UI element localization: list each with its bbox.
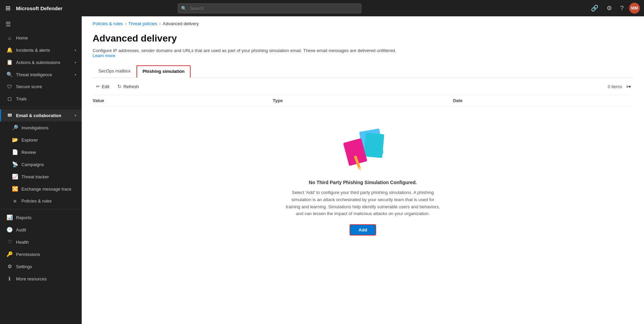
empty-illustration <box>336 127 390 174</box>
sidebar-label-home: Home <box>16 35 76 40</box>
topbar-right: 🔗 ⚙ ? MM <box>588 3 640 14</box>
search-input[interactable] <box>178 3 361 13</box>
empty-state-description: Select 'Add' to configure your third par… <box>285 189 441 217</box>
sidebar-label-exchange: Exchange message trace <box>21 187 76 192</box>
refresh-label: Refresh <box>123 84 139 89</box>
sidebar-item-email-collaboration[interactable]: ✉ Email & collaboration ▾ <box>0 109 82 122</box>
sidebar-item-explorer[interactable]: 📂 Explorer <box>0 134 82 146</box>
sidebar-item-more-resources[interactable]: ℹ More resources <box>0 273 82 285</box>
tab-phishing-simulation[interactable]: Phishing simulation <box>136 65 191 78</box>
breadcrumb-sep-1: › <box>125 21 126 26</box>
review-icon: 📄 <box>12 149 18 155</box>
sidebar-label-tracker: Threat tracker <box>21 174 76 179</box>
app-body: ☰ ⌂ Home 🔔 Incidents & alerts ▾ 📋 Action… <box>0 16 644 324</box>
trials-icon: ◻ <box>6 96 13 102</box>
sidebar-label-trials: Trials <box>16 96 76 101</box>
folder-icon: 📂 <box>12 137 18 143</box>
sidebar-label-investigations: Investigations <box>21 125 76 130</box>
sidebar-label-review: Review <box>21 150 76 155</box>
svg-rect-1 <box>364 133 384 158</box>
tab-secops-mailbox[interactable]: SecOps mailbox <box>93 65 136 78</box>
items-count-container: 0 items ≡▾ <box>608 83 633 90</box>
sidebar-label-explorer: Explorer <box>21 137 76 143</box>
chevron-icon: ▾ <box>75 48 76 52</box>
avatar[interactable]: MM <box>629 3 640 14</box>
search-container: 🔍 <box>178 3 361 13</box>
sidebar-label-permissions: Permissions <box>16 252 76 257</box>
refresh-icon: ↻ <box>117 84 122 89</box>
breadcrumb-threat-policies[interactable]: Threat policies <box>128 21 157 26</box>
settings-gear-icon: ⚙ <box>6 263 13 270</box>
main-content: Policies & rules › Threat policies › Adv… <box>82 16 644 324</box>
page-title: Advanced delivery <box>93 33 633 44</box>
sidebar-item-incidents-alerts[interactable]: 🔔 Incidents & alerts ▾ <box>0 44 82 56</box>
clipboard-icon: 📋 <box>6 59 13 65</box>
breadcrumb-policies-rules[interactable]: Policies & rules <box>93 21 123 26</box>
sidebar: ☰ ⌂ Home 🔔 Incidents & alerts ▾ 📋 Action… <box>0 16 82 324</box>
sidebar-item-reports[interactable]: 📊 Reports <box>0 211 82 224</box>
sidebar-item-audit[interactable]: 🕐 Audit <box>0 224 82 236</box>
empty-state-title: No Third Party Phishing Simulation Confi… <box>309 180 417 185</box>
audit-icon: 🕐 <box>6 227 13 233</box>
sidebar-item-campaigns[interactable]: 📡 Campaigns <box>0 158 82 171</box>
settings-button[interactable]: ⚙ <box>604 3 615 13</box>
col-date: Date <box>453 98 633 103</box>
sidebar-item-review[interactable]: 📄 Review <box>0 146 82 158</box>
sidebar-item-secure-score[interactable]: 🛡 Secure score <box>0 81 82 93</box>
sidebar-divider <box>0 107 82 107</box>
grid-icon[interactable]: ⊞ <box>4 3 12 13</box>
sidebar-item-threat-intelligence[interactable]: 🔍 Threat intelligence ▾ <box>0 68 82 81</box>
sidebar-label-email: Email & collaboration <box>16 113 71 118</box>
info-icon: ℹ <box>6 276 13 282</box>
chevron-icon: ▾ <box>75 73 76 77</box>
home-icon: ⌂ <box>6 35 13 41</box>
tabs-container: SecOps mailbox Phishing simulation <box>93 65 633 78</box>
page-content: Advanced delivery Configure IP addresses… <box>82 26 644 260</box>
exchange-icon: 🔀 <box>12 186 18 192</box>
hamburger-icon[interactable]: ☰ <box>0 16 82 32</box>
breadcrumb: Policies & rules › Threat policies › Adv… <box>82 16 644 26</box>
sidebar-label-campaigns: Campaigns <box>21 162 76 167</box>
sidebar-label-more: More resources <box>16 276 76 281</box>
tracker-icon: 📈 <box>12 174 18 180</box>
view-toggle-button[interactable]: ≡▾ <box>624 83 633 90</box>
topbar: ⊞ Microsoft Defender 🔍 🔗 ⚙ ? MM <box>0 0 644 16</box>
investigations-icon: 🔎 <box>12 125 18 131</box>
col-type: Type <box>273 98 453 103</box>
sidebar-divider-2 <box>0 209 82 209</box>
table-header: Value Type Date <box>93 95 633 106</box>
sidebar-item-policies-rules[interactable]: ≡ Policies & rules <box>0 195 82 207</box>
sidebar-item-exchange-message-trace[interactable]: 🔀 Exchange message trace <box>0 183 82 195</box>
sidebar-item-settings[interactable]: ⚙ Settings <box>0 260 82 273</box>
chevron-icon: ▾ <box>75 61 76 64</box>
campaigns-icon: 📡 <box>12 161 18 167</box>
add-button[interactable]: Add <box>350 224 376 236</box>
sidebar-label-incidents: Incidents & alerts <box>16 48 71 53</box>
page-description: Configure IP addresses, sender domains a… <box>93 48 399 58</box>
link-button[interactable]: 🔗 <box>588 3 601 13</box>
edit-label: Edit <box>102 84 109 89</box>
sidebar-item-home[interactable]: ⌂ Home <box>0 32 82 44</box>
sidebar-label-reports: Reports <box>16 215 76 220</box>
edit-button[interactable]: ✏ Edit <box>93 82 113 91</box>
learn-more-link[interactable]: Learn more <box>93 53 115 58</box>
sidebar-label-audit: Audit <box>16 227 76 232</box>
refresh-button[interactable]: ↻ Refresh <box>114 82 142 91</box>
sidebar-item-trials[interactable]: ◻ Trials <box>0 93 82 105</box>
toolbar: ✏ Edit ↻ Refresh 0 items ≡▾ <box>93 78 633 95</box>
email-icon: ✉ <box>6 112 13 118</box>
help-button[interactable]: ? <box>617 3 626 13</box>
sidebar-item-threat-tracker[interactable]: 📈 Threat tracker <box>0 171 82 183</box>
sidebar-item-investigations[interactable]: 🔎 Investigations <box>0 122 82 134</box>
sidebar-label-settings: Settings <box>16 264 76 269</box>
sidebar-item-health[interactable]: ♡ Health <box>0 236 82 248</box>
items-count: 0 items <box>608 84 622 89</box>
app-title: Microsoft Defender <box>16 5 63 11</box>
sidebar-label-threat-intel: Threat intelligence <box>16 72 71 77</box>
health-icon: ♡ <box>6 239 13 245</box>
sidebar-item-actions-submissions[interactable]: 📋 Actions & submissions ▾ <box>0 56 82 68</box>
svg-marker-4 <box>358 167 362 172</box>
col-value: Value <box>93 98 273 103</box>
sidebar-item-permissions[interactable]: 🔑 Permissions <box>0 248 82 260</box>
edit-icon: ✏ <box>96 84 100 89</box>
